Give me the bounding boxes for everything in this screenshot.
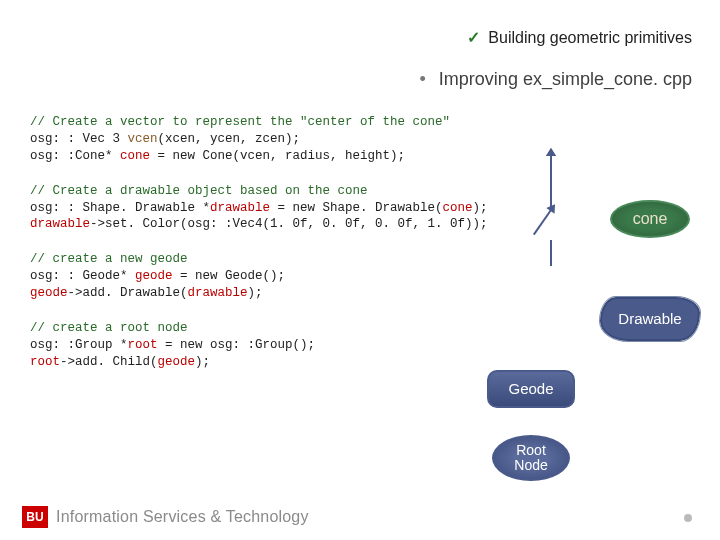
checked-item: ✓ Building geometric primitives (0, 28, 692, 47)
node-label: Geode (508, 381, 553, 398)
diagram-node-drawable: Drawable (600, 297, 700, 341)
arrow-icon (550, 240, 552, 266)
node-label: Drawable (618, 311, 681, 328)
diagram-node-geode: Geode (487, 370, 575, 408)
code-line: osg: : Vec 3 vcen(xcen, ycen, zcen); (30, 131, 690, 148)
code-comment: // Create a vector to represent the "cen… (30, 114, 690, 131)
logo-text: BU (26, 510, 43, 524)
diagram-node-root: Root Node (492, 435, 570, 481)
node-label: cone (633, 210, 668, 228)
scene-graph-diagram: cone Drawable Geode Root Node (550, 155, 690, 485)
footer-text: Information Services & Technology (56, 508, 309, 526)
diagram-node-cone: cone (610, 200, 690, 238)
bullet-item: • Improving ex_simple_cone. cpp (0, 69, 692, 90)
node-label: Root Node (514, 443, 547, 474)
bullet-icon: • (420, 69, 426, 89)
footer: BU Information Services & Technology (22, 506, 309, 528)
checked-label: Building geometric primitives (488, 29, 692, 46)
page-dot-icon (684, 514, 692, 522)
check-icon: ✓ (467, 29, 480, 46)
bullet-label: Improving ex_simple_cone. cpp (439, 69, 692, 89)
bu-logo: BU (22, 506, 48, 528)
